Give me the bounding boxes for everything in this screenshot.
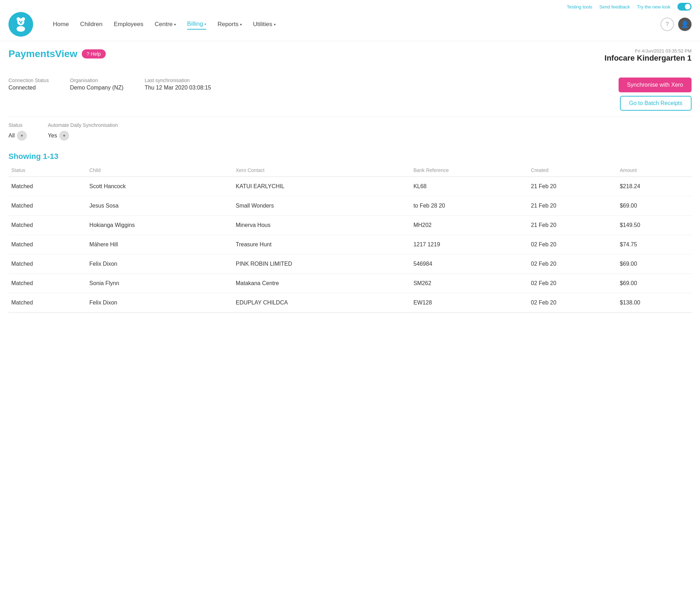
connection-status-block: Connection Status Connected	[8, 78, 49, 91]
cell-xero_contact: Minerva Hous	[233, 216, 411, 235]
cell-status: Matched	[8, 196, 87, 216]
cell-status: Matched	[8, 235, 87, 254]
centre-chevron-icon: ▾	[174, 23, 176, 26]
cell-amount: $149.50	[617, 216, 692, 235]
cell-xero_contact: PINK ROBIN LIMITED	[233, 254, 411, 274]
cell-child: Jesus Sosa	[87, 196, 233, 216]
automate-dropdown-arrow[interactable]: ▾	[59, 131, 69, 141]
avatar[interactable]: 👤	[678, 18, 692, 31]
table-row: MatchedFelix DixonPINK ROBIN LIMITED5469…	[8, 254, 692, 274]
svg-point-2	[22, 17, 25, 21]
svg-point-6	[20, 22, 22, 24]
table-row: MatchedHokianga WigginsMinerva HousMH202…	[8, 216, 692, 235]
last-sync-block: Last synchronisation Thu 12 Mar 2020 03:…	[145, 78, 211, 91]
automate-block: Automate Daily Synchronisation Yes ▾	[48, 122, 118, 141]
cell-status: Matched	[8, 254, 87, 274]
cell-created: 21 Feb 20	[528, 177, 617, 196]
cell-bank_reference: 1217 1219	[411, 235, 528, 254]
table-header: Status Child Xero Contact Bank Reference…	[8, 164, 692, 177]
cell-amount: $69.00	[617, 254, 692, 274]
nav-employees[interactable]: Employees	[114, 19, 143, 29]
cell-bank_reference: SM262	[411, 274, 528, 293]
table-row: MatchedFelix DixonEDUPLAY CHILDCAEW12802…	[8, 293, 692, 313]
col-status: Status	[8, 164, 87, 177]
cell-xero_contact: Small Wonders	[233, 196, 411, 216]
status-select-value: All	[8, 133, 15, 139]
cell-amount: $218.24	[617, 177, 692, 196]
org-date: Fri 4/Jun/2021 03:35:52 PM	[604, 48, 692, 54]
connection-status-label: Connection Status	[8, 78, 49, 83]
table-row: MatchedScott HancockKATUI EARLYCHILKL682…	[8, 177, 692, 196]
cell-xero_contact: Treasure Hunt	[233, 235, 411, 254]
cell-child: Felix Dixon	[87, 293, 233, 313]
svg-point-1	[17, 17, 20, 21]
billing-chevron-icon: ▾	[204, 22, 206, 26]
main-nav: Home Children Employees Centre ▾ Billing…	[0, 12, 700, 41]
nav-reports[interactable]: Reports ▾	[217, 19, 242, 29]
help-button[interactable]: ? Help	[82, 49, 106, 58]
help-icon[interactable]: ?	[661, 18, 674, 31]
cell-xero_contact: EDUPLAY CHILDCA	[233, 293, 411, 313]
payments-table: Status Child Xero Contact Bank Reference…	[8, 164, 692, 313]
cell-amount: $69.00	[617, 196, 692, 216]
cell-bank_reference: EW128	[411, 293, 528, 313]
org-info: Fri 4/Jun/2021 03:35:52 PM Infocare Kind…	[604, 48, 692, 63]
cell-created: 02 Feb 20	[528, 293, 617, 313]
last-sync-value: Thu 12 Mar 2020 03:08:15	[145, 85, 211, 91]
table-body: MatchedScott HancockKATUI EARLYCHILKL682…	[8, 177, 692, 313]
col-xero-contact: Xero Contact	[233, 164, 411, 177]
nav-home[interactable]: Home	[53, 19, 69, 29]
filter-row: Status All ▾ Automate Daily Synchronisat…	[8, 117, 692, 146]
cell-child: Sonia Flynn	[87, 274, 233, 293]
org-label: Organisation	[70, 78, 123, 83]
nav-billing[interactable]: Billing ▾	[187, 19, 206, 30]
synchronise-button[interactable]: Synchronise with Xero	[619, 78, 692, 92]
table-row: MatchedMāhere HillTreasure Hunt1217 1219…	[8, 235, 692, 254]
automate-select-wrapper: Yes ▾	[48, 131, 118, 141]
svg-point-3	[17, 26, 25, 32]
cell-status: Matched	[8, 216, 87, 235]
automate-label: Automate Daily Synchronisation	[48, 122, 118, 128]
cell-amount: $69.00	[617, 274, 692, 293]
cell-child: Scott Hancock	[87, 177, 233, 196]
nav-right: ? 👤	[661, 18, 692, 31]
logo[interactable]	[8, 12, 33, 37]
new-look-toggle[interactable]	[677, 3, 692, 11]
status-dropdown-arrow[interactable]: ▾	[17, 131, 27, 141]
cell-created: 02 Feb 20	[528, 274, 617, 293]
cell-bank_reference: KL68	[411, 177, 528, 196]
automate-select-value: Yes	[48, 133, 57, 139]
org-value: Demo Company (NZ)	[70, 85, 123, 91]
cell-created: 02 Feb 20	[528, 254, 617, 274]
connection-info-row: Connection Status Connected Organisation…	[8, 72, 692, 117]
utilities-chevron-icon: ▾	[274, 23, 276, 26]
nav-centre[interactable]: Centre ▾	[155, 19, 176, 29]
svg-point-5	[21, 21, 23, 22]
nav-children[interactable]: Children	[80, 19, 102, 29]
cell-child: Felix Dixon	[87, 254, 233, 274]
org-name: Infocare Kindergarten 1	[604, 54, 692, 63]
cell-child: Māhere Hill	[87, 235, 233, 254]
page-header: PaymentsView ? Help Fri 4/Jun/2021 03:35…	[0, 41, 700, 66]
top-bar: Testing tools Send feedback Try the new …	[0, 0, 700, 12]
action-buttons: Synchronise with Xero Go to Batch Receip…	[619, 78, 692, 111]
try-new-look-link[interactable]: Try the new look	[637, 4, 670, 10]
cell-created: 21 Feb 20	[528, 196, 617, 216]
last-sync-label: Last synchronisation	[145, 78, 211, 83]
cell-bank_reference: 546984	[411, 254, 528, 274]
nav-utilities[interactable]: Utilities ▾	[253, 19, 276, 29]
cell-xero_contact: Matakana Centre	[233, 274, 411, 293]
cell-status: Matched	[8, 274, 87, 293]
batch-receipts-button[interactable]: Go to Batch Receipts	[620, 96, 692, 111]
svg-point-4	[19, 21, 20, 22]
cell-status: Matched	[8, 293, 87, 313]
send-feedback-link[interactable]: Send feedback	[599, 4, 630, 10]
col-amount: Amount	[617, 164, 692, 177]
col-created: Created	[528, 164, 617, 177]
cell-created: 21 Feb 20	[528, 216, 617, 235]
cell-xero_contact: KATUI EARLYCHIL	[233, 177, 411, 196]
col-bank-reference: Bank Reference	[411, 164, 528, 177]
testing-tools-link[interactable]: Testing tools	[567, 4, 592, 10]
cell-child: Hokianga Wiggins	[87, 216, 233, 235]
cell-created: 02 Feb 20	[528, 235, 617, 254]
